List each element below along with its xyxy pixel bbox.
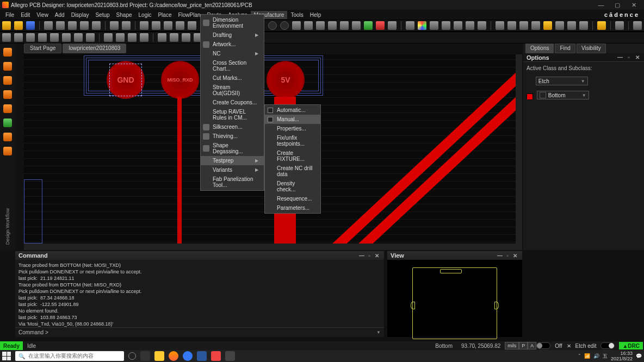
tb-unpin[interactable] [122,21,131,30]
tb2-14[interactable] [170,33,178,42]
tb2-6[interactable] [62,33,71,42]
tb-layers1[interactable] [430,21,438,30]
submenu-item[interactable]: Resequence... [265,194,320,203]
tb-help[interactable] [597,21,606,30]
subclass-color-swatch[interactable] [527,93,533,100]
panel-close-icon[interactable]: ✕ [634,54,641,60]
canvas-scrollbar-vertical[interactable] [516,54,522,250]
firefox-icon[interactable] [169,351,178,361]
menu-help[interactable]: Help [307,11,325,19]
close-button[interactable]: ✕ [626,2,642,9]
menu-setup[interactable]: Setup [92,11,113,19]
subclass-select[interactable]: Bottom ▼ [537,91,589,99]
menu-item[interactable]: Cross Section Chart... [201,58,264,73]
panel-minimize-icon[interactable]: — [358,253,366,259]
tb-line2[interactable] [152,21,160,30]
tb2-1[interactable] [2,33,11,42]
taskbar-clock[interactable]: 16:33 2021/8/22 [611,351,633,361]
tb2-11[interactable] [128,33,137,42]
tb2-10[interactable] [116,33,125,42]
tb-copy[interactable] [56,21,65,30]
submenu-item[interactable]: Fix/unfix testpoints... [265,133,320,148]
tb-zoom-circle2[interactable] [280,21,289,30]
tb-vis6[interactable] [555,21,564,30]
tb-zoom-circle1[interactable] [268,21,277,30]
panel-minimize-icon[interactable]: — [496,253,504,259]
tb-color[interactable] [418,21,426,30]
panel-tab-visibility[interactable]: Visibility [577,43,606,53]
panel-restore-icon[interactable]: ▫ [504,253,511,259]
tb-layers2[interactable] [442,21,450,30]
pad[interactable]: 5V [267,61,305,99]
wf-btn-6[interactable] [3,118,12,127]
tb-settings2[interactable] [633,21,642,30]
status-p-button[interactable]: P [519,342,528,349]
menu-item[interactable]: Setup RAVEL Rules in CM... [201,107,264,122]
visibility-box[interactable] [540,92,546,98]
minimize-button[interactable]: — [593,2,609,8]
doc-tab[interactable]: lowpriceten20210803 [63,43,126,53]
menu-view[interactable]: View [33,11,52,19]
tb-delete[interactable] [68,21,77,30]
menu-item[interactable]: Silkscreen... [201,122,264,132]
tb-vis2[interactable] [507,21,516,30]
allegro-taskbar-icon[interactable] [211,351,221,361]
wf-btn-2[interactable] [3,62,12,71]
menu-flowplan[interactable]: FlowPlan [175,11,203,19]
wf-btn-1[interactable] [3,48,12,57]
status-a-button[interactable]: A [528,342,536,349]
tb-report3[interactable] [478,21,486,30]
tb-next[interactable] [388,21,397,30]
panel-close-icon[interactable]: ✕ [511,253,519,259]
tb-redo[interactable] [92,21,101,30]
tb-report2[interactable] [466,21,474,30]
tb-rect2[interactable] [176,21,184,30]
wf-btn-7[interactable] [3,133,12,141]
tb-line1[interactable] [140,21,148,30]
menu-item[interactable]: Cut Marks... [201,73,264,83]
canvas-scrollbar-horizontal[interactable] [24,244,522,250]
menu-item[interactable]: Artwork... [201,40,264,49]
panel-tab-options[interactable]: Options [525,43,554,53]
submenu-item[interactable]: Manual... [265,115,320,124]
menu-tools[interactable]: Tools [287,11,306,19]
tb-refresh[interactable] [364,21,373,30]
panel-close-icon[interactable]: ✕ [373,253,381,259]
menu-item[interactable]: Dimension Environment [201,15,264,30]
submenu-item[interactable]: Parameters... [265,203,320,213]
tb-zoom-out[interactable] [304,21,313,30]
menu-item[interactable]: Fab Panelization Tool... [201,174,264,190]
explorer-icon[interactable] [154,351,164,361]
cortana-icon[interactable] [128,352,136,360]
taskbar-search[interactable]: 🔍 在这里输入你要搜索的内容 [15,351,124,361]
start-button[interactable] [2,352,11,360]
tb-rect1[interactable] [164,21,172,30]
tb-vis5[interactable] [543,21,552,30]
app-icon-blue[interactable] [183,351,193,361]
tb-rect3[interactable] [188,21,196,30]
menu-place[interactable]: Place [154,11,175,19]
tb2-2[interactable] [14,33,23,42]
tb-zoom-fit[interactable] [316,21,325,30]
menu-item[interactable]: NC▶ [201,49,264,58]
tb-vis8[interactable] [579,21,588,30]
tb2-3[interactable] [26,33,35,42]
tb-save[interactable] [26,21,35,30]
menu-logic[interactable]: Logic [135,11,155,19]
panel-restore-icon[interactable]: ▫ [366,253,373,259]
panel-minimize-icon[interactable]: — [617,54,623,60]
tb-zoom-sel[interactable] [340,21,349,30]
status-units[interactable]: mils [505,342,519,349]
tb2-15[interactable] [182,33,190,42]
tb-settings1[interactable] [615,21,624,30]
menu-add[interactable]: Add [52,11,68,19]
menu-item[interactable]: Testprep▶ [201,156,264,165]
menu-item[interactable]: Shape Degassing... [201,141,264,156]
tb-vis3[interactable] [519,21,528,30]
tb2-7[interactable] [74,33,83,42]
tb-new[interactable] [2,21,11,30]
menu-item[interactable]: Variants▶ [201,165,264,174]
tb-zoom-prev[interactable] [328,21,337,30]
toggle-etch[interactable] [600,342,615,349]
tb-undo[interactable] [80,21,89,30]
